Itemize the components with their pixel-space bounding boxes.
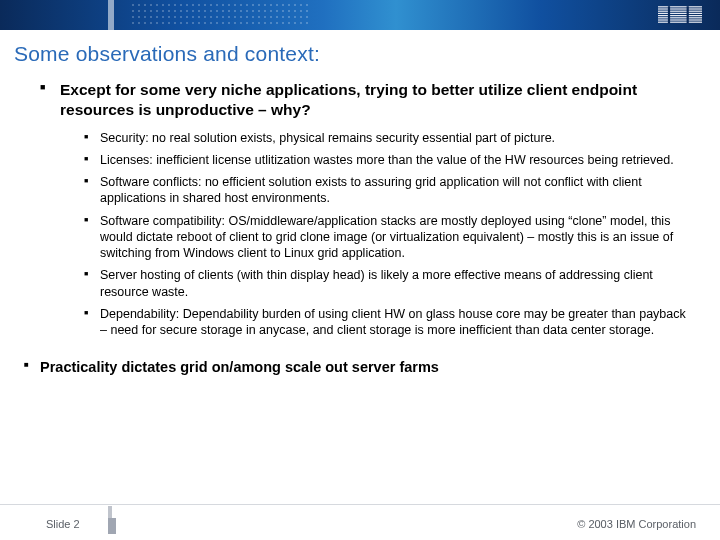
closing-bullet-item: Practicality dictates grid on/among scal… [28, 358, 690, 385]
sub-bullet-item: Server hosting of clients (with thin dis… [90, 267, 690, 306]
sub-bullet-text: Dependability: Dependability burden of u… [100, 307, 686, 337]
sub-bullet-item: Licenses: inefficient license utlitizati… [90, 152, 690, 174]
sub-bullet-text: Security: no real solution exists, physi… [100, 131, 555, 145]
sub-bullet-item: Software compatibility: OS/middleware/ap… [90, 213, 690, 268]
main-bullet-item: Except for some very niche applications,… [48, 80, 690, 352]
footer-accent-block [108, 518, 116, 534]
banner-dot-texture [130, 2, 310, 28]
svg-rect-7 [658, 22, 702, 23]
svg-rect-9 [687, 6, 689, 24]
svg-rect-4 [658, 15, 702, 16]
sub-bullet-list: Security: no real solution exists, physi… [60, 130, 690, 345]
main-bullet-text: Except for some very niche applications,… [60, 81, 637, 118]
sub-bullet-text: Software compatibility: OS/middleware/ap… [100, 214, 673, 261]
top-banner [0, 0, 720, 30]
banner-vertical-stripe [108, 0, 114, 30]
svg-rect-8 [668, 6, 670, 24]
svg-rect-1 [658, 8, 702, 9]
svg-rect-5 [658, 17, 702, 18]
footer-divider [0, 504, 720, 505]
sub-bullet-item: Software conflicts: no efficient solutio… [90, 174, 690, 213]
main-bullet-list: Except for some very niche applications,… [0, 80, 720, 352]
slide-number: Slide 2 [46, 518, 80, 530]
sub-bullet-text: Licenses: inefficient license utlitizati… [100, 153, 674, 167]
svg-rect-2 [658, 11, 702, 12]
slide-title: Some observations and context: [0, 30, 720, 80]
sub-bullet-text: Server hosting of clients (with thin dis… [100, 268, 653, 298]
svg-rect-3 [658, 13, 702, 14]
sub-bullet-item: Dependability: Dependability burden of u… [90, 306, 690, 345]
copyright-text: © 2003 IBM Corporation [577, 518, 696, 530]
svg-rect-6 [658, 19, 702, 20]
sub-bullet-text: Software conflicts: no efficient solutio… [100, 175, 642, 205]
sub-bullet-item: Security: no real solution exists, physi… [90, 130, 690, 152]
slide-footer: Slide 2 © 2003 IBM Corporation [0, 510, 720, 540]
svg-rect-0 [658, 6, 702, 7]
ibm-logo-icon [658, 0, 702, 30]
closing-bullet-text: Practicality dictates grid on/among scal… [40, 359, 439, 375]
closing-bullet-list: Practicality dictates grid on/among scal… [0, 358, 720, 385]
